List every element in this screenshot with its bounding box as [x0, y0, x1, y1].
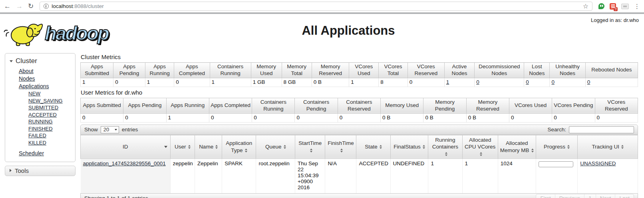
col-containers-running: Containers Running	[252, 98, 295, 113]
pagination-last[interactable]: Last	[615, 194, 634, 198]
pagination-first[interactable]: First	[536, 194, 555, 198]
application-id-link[interactable]: application_1474523829556_0001	[83, 160, 166, 166]
col-allocated-memory-mb-label: Allocated Memory MB	[500, 140, 529, 153]
sort-icon	[310, 148, 312, 152]
cluster-metrics-header-row: Apps Submitted Apps Pending Apps Running…	[81, 63, 638, 78]
col-user[interactable]: User	[170, 135, 195, 159]
sidebar-item-failed[interactable]: FAILED	[28, 133, 75, 139]
search-input[interactable]	[569, 126, 634, 133]
value-memory-reserved: 0 B	[312, 78, 349, 87]
tools-nav-header[interactable]: Tools	[5, 166, 76, 176]
decommissioned-nodes-link[interactable]: 0	[476, 79, 479, 85]
sort-desc-icon	[164, 146, 167, 148]
page-length-control: Show 20 entries	[84, 126, 138, 133]
col-progress[interactable]: Progress	[536, 135, 578, 159]
hadoop-logo: hadoop	[3, 17, 111, 49]
unhealthy-nodes-link[interactable]: 0	[551, 79, 555, 85]
sort-icon	[445, 152, 447, 156]
col-vcores-used: VCores Used	[509, 98, 552, 113]
sidebar-item-about[interactable]: About	[19, 68, 75, 74]
sidebar-item-killed[interactable]: KILLED	[28, 140, 75, 146]
col-tracking-ui-label: Tracking UI	[592, 144, 619, 150]
col-vcores-reserved: VCores Reserved	[595, 98, 638, 113]
col-name[interactable]: Name	[195, 135, 222, 159]
sidebar-item-nodes[interactable]: Nodes	[19, 75, 75, 82]
sidebar-item-applications[interactable]: Applications	[19, 83, 75, 89]
refresh-icon[interactable]: ↻	[28, 3, 34, 10]
sort-icon	[245, 148, 247, 152]
sort-icon	[531, 148, 534, 152]
col-state[interactable]: State	[356, 135, 390, 159]
bookmark-star-icon[interactable]: ☆	[583, 2, 588, 10]
address-bar[interactable]: localhost:8088/cluster ☆	[40, 2, 592, 11]
lost-nodes-link[interactable]: 0	[526, 79, 529, 85]
col-memory-reserved: Memory Reserved	[312, 63, 349, 78]
cell-tracking-ui: UNASSIGNED	[578, 159, 638, 193]
logged-in-status: Logged in as: dr.who	[591, 17, 639, 23]
col-finishtime[interactable]: FinishTime	[325, 135, 356, 159]
col-allocated-memory-mb[interactable]: Allocated Memory MB	[498, 135, 536, 159]
col-allocated-cpu-vcores[interactable]: Allocated CPU VCores	[462, 135, 498, 159]
col-running-containers-label: Running Containers	[432, 137, 458, 150]
cell-name: Zeppelin	[195, 159, 222, 193]
col-tracking-ui[interactable]: Tracking UI	[578, 135, 638, 159]
info-icon[interactable]	[44, 4, 49, 9]
col-starttime[interactable]: StartTime	[295, 135, 325, 159]
user-metrics-header-row: Apps Submitted Apps Pending Apps Running…	[81, 98, 638, 113]
value-apps-submitted: 0	[81, 113, 123, 122]
active-nodes-link[interactable]: 1	[446, 79, 449, 85]
sidebar-item-new-saving[interactable]: NEW_SAVING	[28, 98, 75, 104]
green-extension-icon[interactable]	[598, 3, 604, 9]
col-vcores-used: VCores Used	[349, 63, 379, 78]
col-apps-submitted: Apps Submitted	[81, 98, 123, 113]
col-running-containers[interactable]: Running Containers	[428, 135, 462, 159]
sidebar-item-running[interactable]: RUNNING	[28, 119, 75, 125]
cell-queue: root.zeppelin	[256, 159, 295, 193]
col-allocated-cpu-vcores-label: Allocated CPU VCores	[465, 137, 495, 150]
cluster-metrics-table: Apps Submitted Apps Pending Apps Running…	[80, 62, 638, 87]
tracking-ui-link[interactable]: UNASSIGNED	[580, 160, 616, 166]
sort-icon	[621, 145, 624, 149]
page-title: All Applications	[302, 24, 395, 38]
col-decommissioned-nodes: Decommissioned Nodes	[475, 63, 524, 78]
col-id[interactable]: ID	[81, 135, 171, 159]
expand-caret-icon	[10, 169, 12, 172]
sidebar-item-accepted[interactable]: ACCEPTED	[28, 112, 75, 118]
value-memory-pending: 0 B	[423, 113, 466, 122]
value-decommissioned-nodes: 0	[475, 78, 524, 87]
col-vcores-pending: VCores Pending	[552, 98, 595, 113]
col-memory-reserved: Memory Reserved	[466, 98, 509, 113]
col-finalstatus[interactable]: FinalStatus	[390, 135, 428, 159]
collapse-caret-icon	[10, 60, 13, 62]
rebooted-nodes-link[interactable]: 0	[587, 79, 590, 85]
value-apps-pending: 0	[113, 78, 145, 87]
red-extension-icon[interactable]: ?	[610, 3, 616, 10]
sidebar-item-submitted[interactable]: SUBMITTED	[28, 105, 75, 111]
sidebar-item-scheduler[interactable]: Scheduler	[19, 150, 75, 156]
pagination-page-1[interactable]: 1	[584, 194, 596, 198]
value-active-nodes: 1	[444, 78, 474, 87]
page-size-select[interactable]: 20	[101, 126, 119, 133]
value-rebooted-nodes: 0	[585, 78, 638, 87]
sidebar-item-finished[interactable]: FINISHED	[28, 126, 75, 132]
cell-application-type: SPARK	[222, 159, 256, 193]
pagination-next[interactable]: Next	[596, 194, 615, 198]
value-containers-reserved: 0	[338, 113, 380, 122]
forward-icon[interactable]: →	[16, 3, 23, 10]
pagination-previous[interactable]: Previous	[555, 194, 584, 198]
extension-badge: ?	[614, 7, 618, 11]
col-application-type[interactable]: Application Type	[222, 135, 256, 159]
value-memory-total: 8 GB	[282, 78, 312, 87]
value-containers-running: 1	[210, 78, 251, 87]
cell-id: application_1474523829556_0001	[81, 159, 171, 193]
cluster-nav-header[interactable]: Cluster	[5, 56, 75, 68]
cell-state: ACCEPTED	[356, 159, 390, 193]
back-icon[interactable]: ←	[4, 3, 11, 10]
cell-finishtime: N/A	[325, 159, 356, 193]
browser-menu-icon[interactable]: ⋮	[634, 3, 640, 10]
cluster-metrics-title: Cluster Metrics	[81, 53, 638, 60]
col-queue[interactable]: Queue	[256, 135, 295, 159]
gray-extension-icon[interactable]	[621, 4, 629, 9]
sidebar-item-new[interactable]: NEW	[28, 91, 75, 97]
col-apps-pending: Apps Pending	[123, 98, 166, 113]
